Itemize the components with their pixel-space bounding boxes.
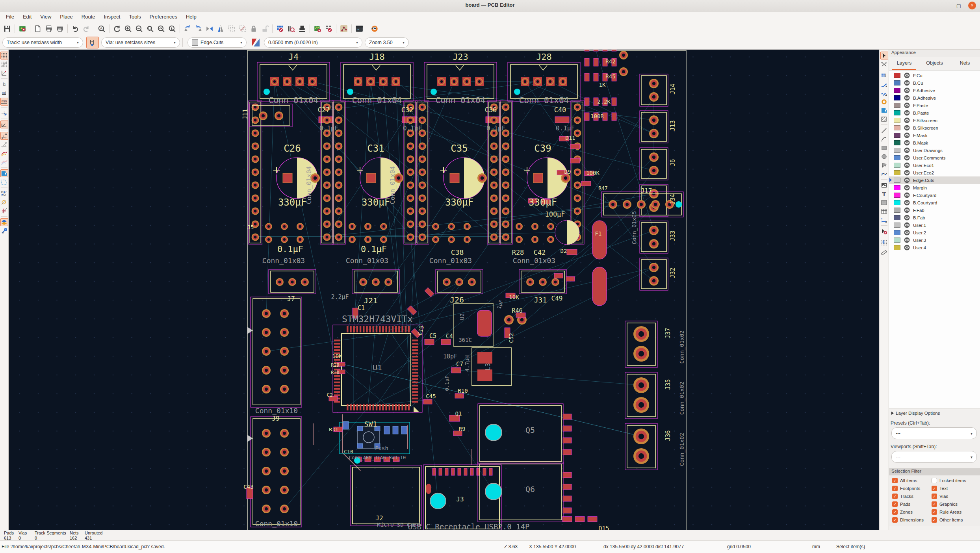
layer-row-f-cu[interactable]: F.Cu	[889, 72, 980, 79]
layer-row-f-courtyard[interactable]: F.Courtyard	[889, 191, 980, 199]
visibility-eye-icon[interactable]	[904, 215, 910, 221]
zone-fill-button[interactable]	[0, 169, 8, 177]
grid-dots-button[interactable]	[0, 52, 8, 59]
add-text-button[interactable]: T	[880, 190, 888, 198]
menu-item-inspect[interactable]: Inspect	[100, 12, 125, 22]
visibility-eye-icon[interactable]	[904, 140, 910, 146]
sketch-mode-button[interactable]	[0, 121, 8, 128]
grid-select[interactable]: 0.0500 mm (0.0020 in)▾	[264, 37, 362, 48]
layer-color-swatch[interactable]	[894, 185, 900, 190]
layer-color-swatch[interactable]	[894, 223, 900, 228]
layer-row-f-mask[interactable]: F.Mask	[889, 132, 980, 139]
viewports-select[interactable]: ---▾	[891, 451, 977, 463]
layer-color-swatch[interactable]	[894, 163, 900, 168]
filter-all-items[interactable]: ✓All items	[892, 478, 932, 483]
visibility-eye-icon[interactable]	[904, 155, 910, 161]
layer-row-user-drawings[interactable]: User.Drawings	[889, 147, 980, 154]
edit-footprints-button[interactable]	[275, 24, 285, 34]
visibility-eye-icon[interactable]	[904, 230, 910, 236]
checkbox-icon[interactable]: ✓	[892, 501, 898, 507]
layer-row-user-eco2[interactable]: User.Eco2	[889, 169, 980, 176]
footprint-stamp-button[interactable]	[297, 24, 307, 34]
tune-length-button[interactable]	[880, 89, 888, 97]
filter-graphics[interactable]: ✓Graphics	[932, 501, 978, 507]
flip-horizontal-button[interactable]	[204, 24, 215, 34]
via-size-select[interactable]: Via: use netclass sizes▾	[101, 37, 180, 48]
preferences-tools-button[interactable]	[0, 227, 8, 235]
visibility-eye-icon[interactable]	[904, 80, 910, 86]
checkbox-icon[interactable]: ✓	[892, 517, 898, 523]
add-textbox-button[interactable]	[880, 199, 888, 206]
add-image-button[interactable]	[880, 181, 888, 189]
filter-text[interactable]: ✓Text	[932, 486, 978, 491]
visibility-eye-icon[interactable]	[904, 162, 910, 168]
zoom-in-button[interactable]	[123, 24, 133, 34]
menu-item-file[interactable]: File	[2, 12, 19, 22]
zone-outline-button[interactable]	[0, 178, 8, 186]
draw-rectangle-button[interactable]	[880, 144, 888, 152]
layer-color-swatch[interactable]	[894, 118, 900, 123]
visibility-eye-icon[interactable]	[904, 177, 910, 183]
visibility-eye-icon[interactable]	[904, 245, 910, 251]
visibility-eye-icon[interactable]	[904, 222, 910, 228]
select-tool-button[interactable]	[880, 52, 888, 59]
layer-color-swatch[interactable]	[894, 88, 900, 93]
add-rule-area-button[interactable]	[880, 115, 888, 123]
menu-item-view[interactable]: View	[36, 12, 56, 22]
menu-item-tools[interactable]: Tools	[124, 12, 145, 22]
grid-override-button[interactable]	[0, 60, 8, 68]
filter-vias[interactable]: ✓Vias	[932, 494, 978, 499]
filter-locked-items[interactable]: Locked items	[932, 478, 978, 483]
visibility-eye-icon[interactable]	[904, 207, 910, 213]
checkbox-icon[interactable]: ✓	[932, 509, 937, 515]
run-drc-button[interactable]	[323, 24, 334, 34]
layer-color-swatch[interactable]	[894, 230, 900, 235]
menu-item-route[interactable]: Route	[77, 12, 100, 22]
layer-row-margin[interactable]: Margin	[889, 184, 980, 191]
menu-item-preferences[interactable]: Preferences	[145, 12, 182, 22]
layer-color-swatch[interactable]	[894, 200, 900, 205]
tracks-sketch-button[interactable]	[0, 207, 8, 215]
delete-tool-button[interactable]	[880, 227, 888, 235]
visibility-eye-icon[interactable]	[904, 125, 910, 131]
page-settings-button[interactable]	[33, 24, 43, 34]
visibility-eye-icon[interactable]	[904, 170, 910, 176]
pads-sketch-button[interactable]	[0, 189, 8, 197]
menu-item-place[interactable]: Place	[56, 12, 77, 22]
layer-color-swatch[interactable]	[894, 125, 900, 130]
filter-footprints[interactable]: ✓Footprints	[892, 486, 932, 491]
highlight-net-button[interactable]	[880, 60, 888, 68]
add-table-button[interactable]	[880, 207, 888, 215]
units-inch-button[interactable]: in	[0, 80, 8, 88]
draw-polygon-button[interactable]	[880, 161, 888, 169]
layer-color-swatch[interactable]	[894, 245, 900, 250]
layer-color-swatch[interactable]	[894, 80, 900, 85]
visibility-eye-icon[interactable]	[904, 192, 910, 198]
measure-button[interactable]	[880, 247, 888, 255]
checkbox-icon[interactable]: ✓	[892, 494, 898, 499]
rotate-ccw-button[interactable]	[182, 24, 193, 34]
tab-objects[interactable]: Objects	[919, 57, 950, 70]
layer-display-options[interactable]: Layer Display Options	[889, 408, 980, 416]
layer-row-b-cu[interactable]: B.Cu	[889, 79, 980, 87]
add-footprint-button[interactable]	[880, 72, 888, 80]
units-mil-button[interactable]: mil	[0, 89, 8, 97]
maximize-button[interactable]: ▢	[955, 2, 963, 9]
net-highlight-button[interactable]	[0, 149, 8, 157]
layer-color-swatch[interactable]	[894, 155, 900, 160]
script-console-button[interactable]: >_	[354, 24, 364, 34]
zoom-selection-button[interactable]	[167, 24, 177, 34]
minimize-button[interactable]: –	[941, 2, 949, 9]
visibility-eye-icon[interactable]	[904, 95, 910, 101]
tab-nets[interactable]: Nets	[950, 57, 980, 70]
net-colors-button[interactable]	[0, 158, 8, 166]
filter-pads[interactable]: ✓Pads	[892, 501, 932, 507]
layer-color-swatch[interactable]	[894, 110, 900, 115]
layer-row-user-3[interactable]: User.3	[889, 236, 980, 244]
checkbox-icon[interactable]: ✓	[892, 509, 898, 515]
pcb-canvas[interactable]: Conn_01x04Conn_01x04Conn_01x04Conn_01x04…	[9, 50, 879, 530]
layer-row-user-comments[interactable]: User.Comments	[889, 154, 980, 161]
visibility-eye-icon[interactable]	[904, 102, 910, 108]
layer-row-f-paste[interactable]: F.Paste	[889, 102, 980, 109]
visibility-eye-icon[interactable]	[904, 72, 910, 78]
